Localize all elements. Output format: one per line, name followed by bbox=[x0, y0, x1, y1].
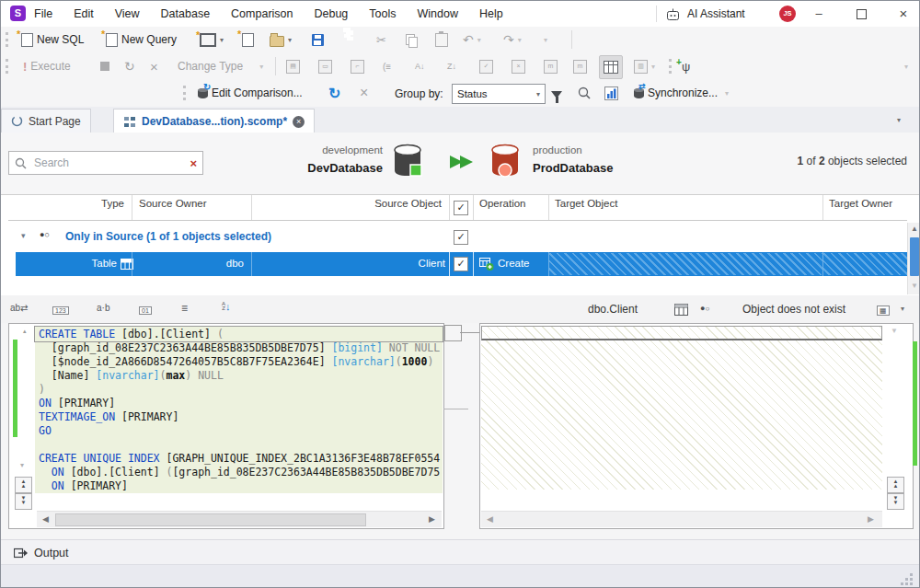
output-tab[interactable]: Output bbox=[14, 540, 69, 565]
next-difference-button[interactable]: ▼▼ bbox=[15, 493, 32, 510]
column-header-source-object[interactable]: Source Object bbox=[259, 198, 442, 209]
cut-button[interactable]: ✂ bbox=[373, 29, 390, 51]
column-header-target-owner[interactable]: Target Owner bbox=[829, 198, 892, 209]
doc-check-button[interactable]: ✓ bbox=[476, 55, 497, 77]
row-checkbox[interactable]: ✓ bbox=[454, 257, 468, 271]
undo-dropdown[interactable]: ▾ bbox=[477, 36, 481, 44]
open-button[interactable]: ▾ bbox=[266, 29, 295, 51]
column-header-source-owner[interactable]: Source Owner bbox=[139, 198, 207, 209]
target-script-pane[interactable]: ▼ ▲▲ ▼▼ ◀ ▶ bbox=[479, 323, 914, 529]
next-difference-button[interactable]: ▼▼ bbox=[887, 493, 904, 510]
scroll-up-icon[interactable]: ▲ bbox=[911, 225, 918, 233]
watermark-button[interactable]: m bbox=[540, 55, 561, 77]
close-button[interactable]: × bbox=[888, 1, 919, 27]
synchronize-button[interactable]: ⇄ Synchronize... ▾ bbox=[630, 82, 732, 104]
outline-button[interactable]: ≡ bbox=[181, 302, 188, 315]
select-all-checkbox[interactable]: ✓ bbox=[454, 201, 468, 215]
refresh-comparison-button[interactable]: ↻ bbox=[325, 82, 344, 104]
scroll-right-icon[interactable]: ▶ bbox=[429, 514, 435, 524]
fold-marker-icon[interactable]: ▴ bbox=[23, 328, 27, 335]
minimize-button[interactable]: – bbox=[803, 1, 834, 27]
toolbar1-overflow[interactable]: ▾ bbox=[540, 29, 551, 51]
tab-close-icon[interactable]: × bbox=[293, 116, 305, 128]
cancel-button[interactable]: × bbox=[146, 55, 162, 77]
toolbar-grip[interactable] bbox=[183, 86, 189, 100]
source-horizontal-scrollbar[interactable]: ◀ ▶ bbox=[37, 511, 442, 527]
menu-tools[interactable]: Tools bbox=[369, 7, 396, 20]
tab-start-page[interactable]: Start Page bbox=[1, 109, 91, 133]
menu-debug[interactable]: Debug bbox=[314, 7, 348, 20]
target-horizontal-scrollbar[interactable]: ◀ ▶ bbox=[481, 511, 882, 527]
sort-script-button[interactable]: AZ↓ bbox=[222, 301, 231, 312]
sort-asc-button[interactable]: A↓ bbox=[411, 55, 429, 77]
scroll-left-icon[interactable]: ◀ bbox=[487, 514, 493, 524]
save-button[interactable] bbox=[308, 29, 328, 51]
grid-view-button[interactable] bbox=[599, 55, 623, 79]
chart-button[interactable]: ▥ ▾ bbox=[630, 55, 659, 77]
compare-numbers-button[interactable]: 123 bbox=[52, 303, 69, 316]
compare-words-button[interactable]: ab⇄ bbox=[10, 303, 29, 313]
menu-database[interactable]: Database bbox=[161, 7, 211, 20]
redo-dropdown[interactable]: ▾ bbox=[518, 36, 522, 44]
prev-region-icon[interactable]: ▾ bbox=[20, 461, 24, 469]
resize-grip[interactable] bbox=[910, 582, 913, 585]
toolbar-grip[interactable] bbox=[6, 59, 11, 74]
expand-button[interactable]: ⌐ bbox=[347, 55, 368, 77]
save-all-button[interactable] bbox=[338, 29, 360, 51]
menu-view[interactable]: View bbox=[115, 7, 140, 20]
new-document-button[interactable]: * bbox=[238, 29, 258, 51]
scrollbar-thumb[interactable] bbox=[55, 513, 366, 526]
clear-search-icon[interactable]: × bbox=[190, 156, 197, 170]
new-query-button[interactable]: * New Query bbox=[102, 29, 180, 51]
menu-comparison[interactable]: Comparison bbox=[231, 7, 293, 20]
open-dropdown[interactable]: ▾ bbox=[288, 36, 292, 44]
maximize-button[interactable] bbox=[845, 1, 877, 27]
previous-difference-button[interactable]: ▲▲ bbox=[15, 477, 32, 493]
group-by-select[interactable]: Status ▾ bbox=[452, 84, 546, 104]
preview-button[interactable] bbox=[573, 82, 595, 104]
menu-edit[interactable]: Edit bbox=[74, 7, 94, 20]
synchronize-dropdown[interactable]: ▾ bbox=[725, 89, 729, 98]
toolbar-grip[interactable] bbox=[669, 59, 674, 74]
group-collapse-icon[interactable]: ▾ bbox=[21, 231, 26, 240]
group-button[interactable]: (≡ bbox=[379, 55, 395, 77]
toolbar-grip[interactable] bbox=[6, 32, 11, 47]
menu-help[interactable]: Help bbox=[479, 7, 503, 20]
redo-button[interactable]: ↷ ▾ bbox=[500, 29, 525, 51]
report-button[interactable] bbox=[601, 82, 622, 104]
sort-desc-button[interactable]: Z↓ bbox=[443, 55, 460, 77]
group-checkbox[interactable]: ✓ bbox=[454, 230, 468, 245]
new-window-button[interactable]: * ▾ bbox=[196, 29, 227, 51]
tab-list-dropdown[interactable]: ▾ bbox=[897, 116, 901, 124]
edit-comparison-button[interactable]: ↻ Edit Comparison... bbox=[194, 82, 306, 104]
column-header-type[interactable]: Type bbox=[29, 198, 124, 209]
sql-toolbar-dropdown[interactable]: ▾ bbox=[901, 305, 904, 313]
table-row-client[interactable]: Table dbo Client ✓ Create bbox=[16, 252, 907, 276]
avatar[interactable]: JS bbox=[779, 6, 796, 22]
frame-button[interactable]: m bbox=[569, 55, 591, 77]
tab-schema-compare-document[interactable]: DevDatabase...tion).scomp* × bbox=[113, 109, 315, 133]
copy-results-button[interactable]: ▤ bbox=[282, 55, 304, 77]
new-window-dropdown[interactable]: ▾ bbox=[220, 36, 224, 44]
source-script-pane[interactable]: ▴ CREATE TABLE [dbo].[Client] ( [graph_i… bbox=[8, 323, 444, 529]
ai-assistant-button[interactable]: AI Assistant bbox=[665, 1, 745, 27]
sql-source-code[interactable]: CREATE TABLE [dbo].[Client] ( [graph_id_… bbox=[39, 328, 442, 493]
binary-diff-button[interactable]: 01 bbox=[139, 303, 152, 316]
column-header-operation[interactable]: Operation bbox=[479, 198, 526, 209]
column-header-target-object[interactable]: Target Object bbox=[555, 198, 617, 209]
add-filter-button[interactable]: ψ+ bbox=[678, 55, 694, 77]
cancel-comparison-button[interactable]: × bbox=[356, 82, 372, 104]
scrollbar-thumb[interactable] bbox=[910, 237, 919, 276]
grid-vertical-scrollbar[interactable]: ▲ ▼ bbox=[907, 223, 920, 294]
group-row-only-in-source[interactable]: ▾ ●○ Only in Source (1 of 1 objects sele… bbox=[8, 226, 907, 249]
previous-difference-button[interactable]: ▲▲ bbox=[887, 477, 904, 493]
copy-button[interactable] bbox=[402, 29, 421, 51]
undo-button[interactable]: ↶ ▾ bbox=[459, 29, 485, 51]
stop-button[interactable] bbox=[97, 55, 113, 77]
windows-button[interactable]: ▭ bbox=[315, 55, 336, 77]
scroll-right-icon[interactable]: ▶ bbox=[868, 514, 874, 524]
paste-button[interactable] bbox=[431, 29, 452, 51]
change-type-dropdown[interactable]: Change Type ▾ bbox=[174, 55, 267, 77]
refresh-button[interactable]: ↻ bbox=[121, 55, 139, 77]
doc-remove-button[interactable]: × bbox=[508, 55, 529, 77]
